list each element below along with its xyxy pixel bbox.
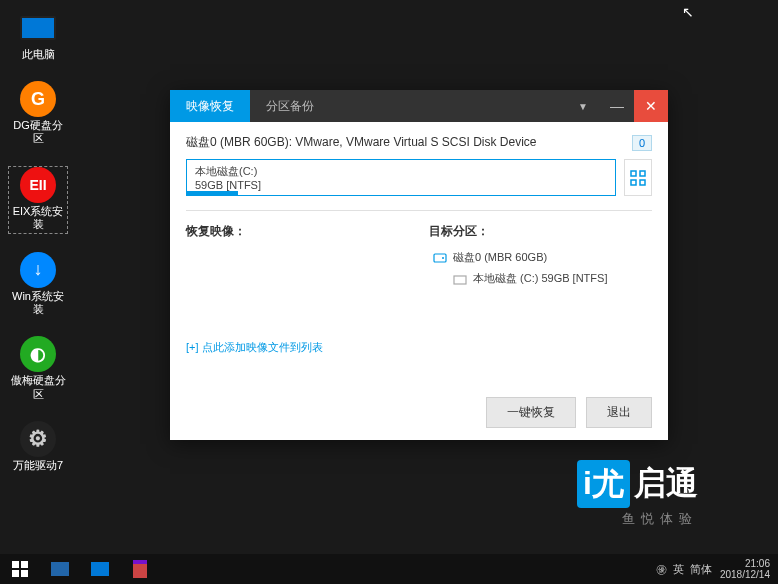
taskbar-app-1[interactable] <box>40 554 80 584</box>
time-label: 21:06 <box>720 558 770 569</box>
restore-image-title: 恢复映像： <box>186 223 409 240</box>
windows-icon <box>12 561 28 577</box>
desktop-icon-3[interactable]: ↓Win系统安装 <box>8 252 68 318</box>
tab-image-restore[interactable]: 映像恢复 <box>170 90 250 122</box>
mouse-cursor: ↖ <box>682 4 694 20</box>
start-button[interactable] <box>0 554 40 584</box>
desktop-icon-label: EIX系统安装 <box>11 205 65 231</box>
date-label: 2018/12/14 <box>720 569 770 580</box>
brand-text: 启通 <box>634 462 698 506</box>
lang-indicator-1[interactable]: 英 <box>673 562 684 577</box>
target-partition-column: 目标分区： 磁盘0 (MBR 60GB) 本地磁盘 (C:) 59GB [NTF… <box>429 223 652 355</box>
svg-rect-1 <box>640 171 645 176</box>
desktop-icon-1[interactable]: GDG硬盘分区 <box>8 81 68 147</box>
brand-subtitle: 鱼悦体验 <box>577 510 698 528</box>
restore-image-column: 恢复映像： [+] 点此添加映像文件到列表 <box>186 223 409 355</box>
disk-index-badge: 0 <box>632 135 652 151</box>
close-button[interactable]: ✕ <box>634 90 668 122</box>
tree-disk-label: 磁盘0 (MBR 60GB) <box>453 250 547 265</box>
lang-indicator-2[interactable]: 简体 <box>690 562 712 577</box>
window-body: 磁盘0 (MBR 60GB): VMware, VMware Virtual S… <box>170 122 668 367</box>
brand-box: i尤 <box>577 460 630 508</box>
divider <box>186 210 652 211</box>
desktop-icon-label: 万能驱动7 <box>13 459 63 472</box>
app-icon <box>51 562 69 576</box>
desktop-icon-label: 傲梅硬盘分区 <box>10 374 66 400</box>
add-image-link[interactable]: [+] 点此添加映像文件到列表 <box>186 340 409 355</box>
minimize-button[interactable]: — <box>600 90 634 122</box>
desktop-icons: 此电脑GDG硬盘分区EIIEIX系统安装↓Win系统安装◐傲梅硬盘分区万能驱动7 <box>8 10 72 492</box>
svg-rect-6 <box>454 276 466 284</box>
titlebar: 映像恢复 分区备份 ▼ — ✕ <box>170 90 668 122</box>
monitor-icon <box>18 12 58 44</box>
clock[interactable]: 21:06 2018/12/14 <box>720 558 770 580</box>
ime-icon[interactable]: ㊝ <box>656 562 667 577</box>
svg-rect-2 <box>631 180 636 185</box>
tab-partition-backup[interactable]: 分区备份 <box>250 90 330 122</box>
desktop-icon-5[interactable]: 万能驱动7 <box>8 421 68 474</box>
svg-rect-3 <box>640 180 645 185</box>
svg-rect-9 <box>12 570 19 577</box>
svg-rect-7 <box>12 561 19 568</box>
desktop-icon-label: Win系统安装 <box>10 290 66 316</box>
svg-point-5 <box>442 257 444 259</box>
taskbar-app-2[interactable] <box>80 554 120 584</box>
red-icon: EII <box>18 169 58 201</box>
app-icon <box>91 562 109 576</box>
disk-info-label: 磁盘0 (MBR 60GB): VMware, VMware Virtual S… <box>186 134 537 151</box>
partition-name: 本地磁盘(C:) <box>195 164 607 179</box>
disk-icon <box>433 251 447 265</box>
layout-toggle-button[interactable] <box>624 159 652 196</box>
tree-partition-label: 本地磁盘 (C:) 59GB [NTFS] <box>473 271 607 286</box>
partition-size: 59GB [NTFS] <box>195 179 607 191</box>
system-tray: ㊝ 英 简体 21:06 2018/12/14 <box>656 558 778 580</box>
blue-icon: ↓ <box>18 254 58 286</box>
one-click-restore-button[interactable]: 一键恢复 <box>486 397 576 428</box>
folder-icon <box>453 272 467 286</box>
app-icon <box>133 560 147 578</box>
taskbar-app-3[interactable] <box>120 554 160 584</box>
desktop-icon-0[interactable]: 此电脑 <box>8 10 68 63</box>
partition-selector[interactable]: 本地磁盘(C:) 59GB [NTFS] <box>186 159 616 196</box>
tree-partition-child[interactable]: 本地磁盘 (C:) 59GB [NTFS] <box>429 271 652 286</box>
usage-bar <box>187 191 238 195</box>
tree-disk-root[interactable]: 磁盘0 (MBR 60GB) <box>429 250 652 265</box>
desktop-icon-2[interactable]: EIIEIX系统安装 <box>8 166 68 234</box>
grid-icon <box>630 170 646 186</box>
exit-button[interactable]: 退出 <box>586 397 652 428</box>
watermark: i尤 启通 鱼悦体验 <box>577 460 698 528</box>
svg-rect-8 <box>21 561 28 568</box>
svg-rect-10 <box>21 570 28 577</box>
target-partition-title: 目标分区： <box>429 223 652 240</box>
svg-rect-0 <box>631 171 636 176</box>
image-restore-window: 映像恢复 分区备份 ▼ — ✕ 磁盘0 (MBR 60GB): VMware, … <box>170 90 668 440</box>
svg-rect-4 <box>434 254 446 262</box>
desktop-icon-4[interactable]: ◐傲梅硬盘分区 <box>8 336 68 402</box>
desktop-icon-label: 此电脑 <box>22 48 55 61</box>
dropdown-button[interactable]: ▼ <box>566 90 600 122</box>
taskbar: ㊝ 英 简体 21:06 2018/12/14 <box>0 554 778 584</box>
gear-icon <box>18 423 58 455</box>
orange-icon: G <box>18 83 58 115</box>
desktop-icon-label: DG硬盘分区 <box>10 119 66 145</box>
green-icon: ◐ <box>18 338 58 370</box>
